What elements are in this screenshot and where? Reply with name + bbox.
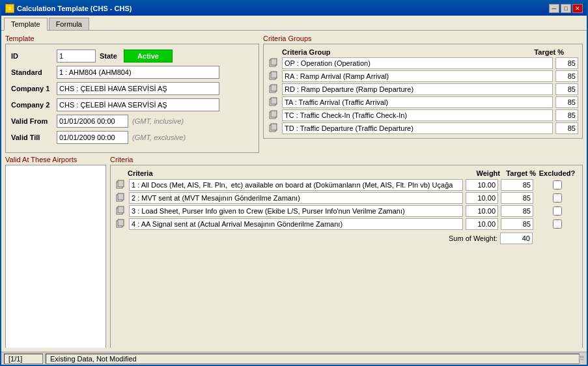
cg-row-2 bbox=[268, 83, 578, 95]
cg-icon-1 bbox=[268, 70, 279, 82]
svg-rect-11 bbox=[271, 124, 277, 130]
criteria-form: Criteria Weight Target % Excluded? bbox=[110, 165, 583, 348]
airports-section-label: Valid At These Airports bbox=[5, 156, 106, 163]
cg-icon-0 bbox=[268, 57, 279, 69]
cg-target-2[interactable] bbox=[555, 83, 578, 95]
crit-icon-2 bbox=[115, 205, 126, 217]
svg-rect-3 bbox=[271, 72, 277, 78]
criteria-rows bbox=[115, 179, 578, 230]
crit-weight-1[interactable] bbox=[466, 192, 498, 204]
tab-formula[interactable]: Formula bbox=[49, 18, 89, 30]
valid-from-row: Valid From (GMT, inclusive) bbox=[11, 115, 253, 128]
svg-rect-1 bbox=[271, 59, 277, 65]
crit-weight-0[interactable] bbox=[466, 179, 498, 191]
crit-icon-1 bbox=[115, 192, 126, 204]
cg-icon-5 bbox=[268, 122, 279, 134]
left-panel: Template ID State Active Standard bbox=[5, 35, 259, 153]
tab-template[interactable]: Template bbox=[4, 18, 48, 31]
crit-weight-2[interactable] bbox=[466, 205, 498, 217]
cg-target-0[interactable] bbox=[555, 57, 578, 69]
id-field[interactable] bbox=[57, 49, 96, 63]
cg-name-4[interactable] bbox=[282, 109, 553, 121]
crit-excluded-0 bbox=[536, 180, 578, 190]
criteria-groups-form: Criteria Group Target % bbox=[263, 44, 583, 139]
cg-name-2[interactable] bbox=[282, 83, 553, 95]
cg-row-4 bbox=[268, 109, 578, 121]
valid-till-field[interactable] bbox=[57, 131, 128, 144]
valid-from-label: Valid From bbox=[11, 117, 57, 125]
valid-till-row: Valid Till (GMT, exclusive) bbox=[11, 131, 253, 144]
svg-rect-17 bbox=[118, 206, 124, 213]
cg-col-target: Target % bbox=[531, 48, 564, 56]
crit-target-0[interactable] bbox=[501, 179, 533, 191]
close-button[interactable]: ✕ bbox=[572, 4, 583, 13]
cg-name-5[interactable] bbox=[282, 122, 553, 134]
minimize-button[interactable]: ─ bbox=[549, 4, 559, 13]
crit-col-excluded: Excluded? bbox=[536, 169, 578, 177]
cg-icon-3 bbox=[268, 96, 279, 108]
sum-row: Sum of Weight: 40 bbox=[115, 232, 578, 244]
cg-rows bbox=[268, 57, 578, 134]
cg-name-0[interactable] bbox=[282, 57, 553, 69]
cg-target-5[interactable] bbox=[555, 122, 578, 134]
crit-row-3 bbox=[115, 218, 578, 230]
crit-col-weight: Weight bbox=[464, 169, 500, 177]
company1-label: Company 1 bbox=[11, 85, 57, 92]
status-grip: ⠿ bbox=[580, 355, 584, 362]
main-content: Template ID State Active Standard bbox=[1, 31, 587, 352]
crit-excluded-checkbox-1[interactable] bbox=[553, 193, 562, 203]
crit-row-0 bbox=[115, 179, 578, 191]
company1-row: Company 1 bbox=[11, 82, 253, 95]
tab-bar: Template Formula bbox=[1, 16, 587, 31]
title-controls: ─ □ ✕ bbox=[549, 4, 583, 13]
crit-target-3[interactable] bbox=[501, 218, 533, 230]
svg-rect-7 bbox=[271, 98, 277, 104]
crit-row-1 bbox=[115, 192, 578, 204]
valid-till-label: Valid Till bbox=[11, 134, 57, 141]
tab-formula-label: Formula bbox=[56, 20, 82, 28]
crit-name-3[interactable] bbox=[129, 218, 463, 230]
crit-name-0[interactable] bbox=[129, 179, 463, 191]
valid-from-note: (GMT, inclusive) bbox=[132, 117, 184, 125]
crit-target-2[interactable] bbox=[501, 205, 533, 217]
crit-excluded-1 bbox=[536, 193, 578, 203]
title-bar: ≡ Calculation Template (CHS - CHS) ─ □ ✕ bbox=[1, 1, 587, 16]
company2-field[interactable] bbox=[57, 98, 219, 111]
company1-field[interactable] bbox=[57, 82, 219, 95]
right-panel: Criteria Groups Criteria Group Target % bbox=[263, 35, 583, 153]
company2-row: Company 2 bbox=[11, 98, 253, 111]
tab-template-label: Template bbox=[11, 20, 40, 28]
cg-header-row: Criteria Group Target % bbox=[268, 48, 578, 57]
crit-name-2[interactable] bbox=[129, 205, 463, 217]
cg-name-1[interactable] bbox=[282, 70, 553, 82]
cg-icon-2 bbox=[268, 83, 279, 95]
svg-rect-19 bbox=[118, 219, 124, 226]
criteria-panel: Criteria Criteria Weight Target % Exclud… bbox=[110, 156, 583, 348]
crit-row-2 bbox=[115, 205, 578, 217]
svg-rect-13 bbox=[118, 180, 124, 187]
crit-weight-3[interactable] bbox=[466, 218, 498, 230]
app-icon: ≡ bbox=[5, 4, 14, 13]
crit-col-target: Target % bbox=[500, 169, 536, 177]
crit-name-1[interactable] bbox=[129, 192, 463, 204]
cg-target-4[interactable] bbox=[555, 109, 578, 121]
crit-target-1[interactable] bbox=[501, 192, 533, 204]
standard-row: Standard bbox=[11, 66, 253, 79]
cg-target-3[interactable] bbox=[555, 96, 578, 108]
sum-label: Sum of Weight: bbox=[449, 234, 497, 242]
standard-field[interactable] bbox=[57, 66, 219, 79]
status-bar: [1/1] Existing Data, Not Modified ⠿ bbox=[1, 352, 587, 365]
crit-col-criteria: Criteria bbox=[128, 169, 464, 177]
svg-rect-15 bbox=[118, 193, 124, 200]
crit-excluded-checkbox-2[interactable] bbox=[553, 206, 562, 216]
maximize-button[interactable]: □ bbox=[561, 4, 571, 13]
valid-from-field[interactable] bbox=[57, 115, 128, 128]
crit-excluded-checkbox-0[interactable] bbox=[553, 180, 562, 190]
airports-panel: Valid At These Airports bbox=[5, 156, 106, 348]
criteria-section-label: Criteria bbox=[110, 156, 583, 163]
crit-excluded-checkbox-3[interactable] bbox=[553, 219, 562, 229]
cg-name-3[interactable] bbox=[282, 96, 553, 108]
id-label: ID bbox=[11, 52, 57, 60]
cg-target-1[interactable] bbox=[555, 70, 578, 82]
state-badge: Active bbox=[124, 49, 173, 63]
